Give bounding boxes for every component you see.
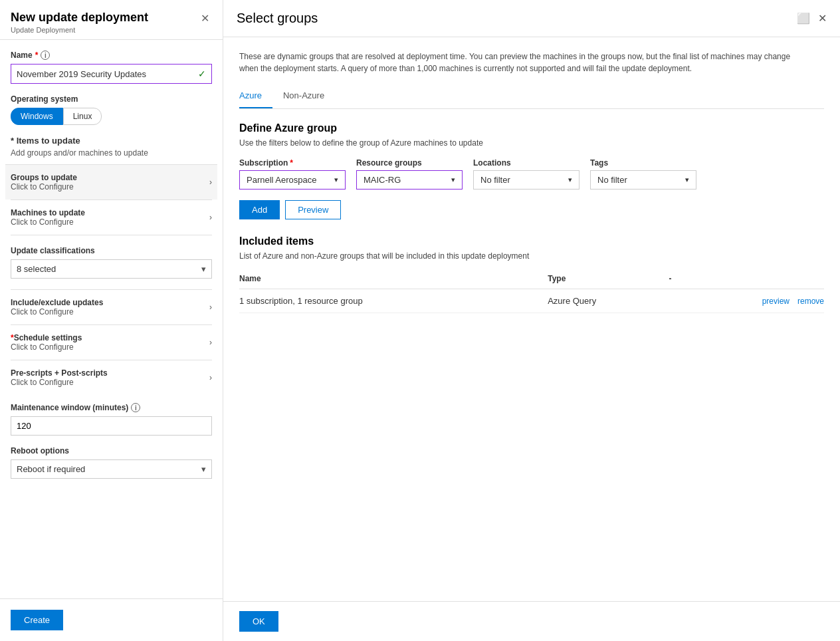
panel-title: New update deployment bbox=[11, 11, 148, 25]
include-exclude-text: Include/exclude updates Click to Configu… bbox=[11, 298, 103, 317]
include-exclude-item[interactable]: Include/exclude updates Click to Configu… bbox=[11, 289, 212, 324]
schedule-settings-subtitle: Click to Configure bbox=[11, 342, 82, 352]
schedule-settings-item[interactable]: *Schedule settings Click to Configure › bbox=[11, 324, 212, 360]
locations-value: No filter bbox=[480, 175, 510, 185]
name-input-wrapper: ✓ bbox=[11, 64, 212, 84]
name-label: Name * i bbox=[11, 51, 212, 60]
reboot-options-dropdown[interactable]: Reboot if required ▾ bbox=[11, 459, 212, 479]
schedule-settings-title: *Schedule settings bbox=[11, 333, 82, 342]
tags-dropdown[interactable]: No filter ▾ bbox=[590, 170, 696, 190]
subscription-label-text: Subscription bbox=[239, 158, 288, 168]
locations-arrow-icon: ▾ bbox=[568, 176, 572, 184]
maintenance-info-icon[interactable]: i bbox=[131, 403, 140, 412]
update-class-label: Update classifications bbox=[11, 246, 212, 255]
pre-post-chevron-icon: › bbox=[209, 373, 212, 382]
subscription-filter-group: Subscription * Parnell Aerospace ▾ bbox=[239, 158, 346, 190]
col-type-header: Type bbox=[548, 269, 669, 289]
define-group-title: Define Azure group bbox=[239, 122, 824, 134]
tab-azure[interactable]: Azure bbox=[239, 85, 272, 108]
resource-groups-value: MAIC-RG bbox=[364, 175, 401, 185]
resource-groups-label: Resource groups bbox=[356, 158, 463, 168]
subscription-required-star: * bbox=[290, 158, 293, 168]
right-header: Select groups ⬜ ✕ bbox=[223, 0, 840, 37]
subscription-dropdown[interactable]: Parnell Aerospace ▾ bbox=[239, 170, 346, 190]
os-field-group: Operating system Windows Linux bbox=[11, 94, 212, 125]
items-section-subtitle: Add groups and/or machines to update bbox=[11, 148, 212, 158]
resource-groups-dropdown[interactable]: MAIC-RG ▾ bbox=[356, 170, 463, 190]
filter-row: Subscription * Parnell Aerospace ▾ Resou… bbox=[239, 158, 824, 190]
create-button[interactable]: Create bbox=[11, 610, 63, 630]
subscription-label: Subscription * bbox=[239, 158, 346, 168]
locations-dropdown[interactable]: No filter ▾ bbox=[473, 170, 579, 190]
pre-post-text: Pre-scripts + Post-scripts Click to Conf… bbox=[11, 368, 108, 387]
name-label-text: Name bbox=[11, 51, 33, 60]
groups-to-update-item[interactable]: Groups to update Click to Configure › bbox=[5, 164, 217, 199]
pre-post-scripts-item[interactable]: Pre-scripts + Post-scripts Click to Conf… bbox=[11, 360, 212, 395]
reboot-options-group: Reboot options Reboot if required ▾ bbox=[11, 446, 212, 479]
locations-label: Locations bbox=[473, 158, 579, 168]
update-classifications-dropdown[interactable]: 8 selected ▾ bbox=[11, 259, 212, 279]
resource-groups-arrow-icon: ▾ bbox=[451, 176, 455, 184]
subscription-arrow-icon: ▾ bbox=[334, 176, 338, 184]
maintenance-label: Maintenance window (minutes) i bbox=[11, 403, 212, 412]
machines-to-update-item[interactable]: Machines to update Click to Configure › bbox=[11, 199, 212, 235]
right-panel: Select groups ⬜ ✕ These are dynamic grou… bbox=[223, 0, 840, 641]
machines-item-subtitle: Click to Configure bbox=[11, 217, 85, 227]
name-required-star: * bbox=[35, 51, 39, 60]
groups-item-text: Groups to update Click to Configure bbox=[11, 173, 77, 192]
machines-item-text: Machines to update Click to Configure bbox=[11, 208, 85, 227]
preview-button[interactable]: Preview bbox=[285, 200, 341, 219]
schedule-settings-chevron-icon: › bbox=[209, 338, 212, 347]
right-footer: OK bbox=[223, 601, 840, 641]
name-info-icon[interactable]: i bbox=[41, 51, 50, 60]
table-row: 1 subscription, 1 resource group Azure Q… bbox=[239, 289, 824, 313]
maintenance-label-text: Maintenance window (minutes) bbox=[11, 403, 128, 412]
reboot-dropdown-arrow-icon: ▾ bbox=[201, 464, 206, 474]
locations-filter-group: Locations No filter ▾ bbox=[473, 158, 579, 190]
maintenance-input[interactable] bbox=[11, 416, 212, 436]
included-items-desc: List of Azure and non-Azure groups that … bbox=[239, 251, 824, 261]
maximize-button[interactable]: ⬜ bbox=[797, 12, 810, 25]
os-label: Operating system bbox=[11, 94, 212, 104]
schedule-settings-text: *Schedule settings Click to Configure bbox=[11, 333, 82, 352]
define-group-desc: Use the filters below to define the grou… bbox=[239, 138, 824, 148]
pre-post-title: Pre-scripts + Post-scripts bbox=[11, 368, 108, 378]
left-footer: Create bbox=[0, 598, 223, 641]
included-items-title: Included items bbox=[239, 235, 824, 247]
row-action-buttons: preview remove bbox=[669, 297, 824, 306]
remove-link[interactable]: remove bbox=[797, 297, 824, 306]
os-windows-button[interactable]: Windows bbox=[11, 108, 63, 125]
maintenance-window-group: Maintenance window (minutes) i bbox=[11, 403, 212, 436]
tab-non-azure[interactable]: Non-Azure bbox=[283, 85, 335, 108]
panel-subtitle: Update Deployment bbox=[11, 26, 148, 34]
resource-groups-filter-group: Resource groups MAIC-RG ▾ bbox=[356, 158, 463, 190]
row-name: 1 subscription, 1 resource group bbox=[239, 289, 548, 313]
left-panel: New update deployment Update Deployment … bbox=[0, 0, 223, 641]
left-header: New update deployment Update Deployment … bbox=[0, 0, 223, 40]
tags-filter-group: Tags No filter ▾ bbox=[590, 158, 696, 190]
row-actions: preview remove bbox=[669, 289, 824, 313]
include-exclude-subtitle: Click to Configure bbox=[11, 307, 103, 317]
right-description: These are dynamic groups that are resolv… bbox=[239, 51, 811, 74]
update-class-arrow-icon: ▾ bbox=[201, 264, 206, 274]
machines-chevron-icon: › bbox=[209, 213, 212, 222]
right-header-icons: ⬜ ✕ bbox=[797, 12, 827, 25]
included-items-section: Included items List of Azure and non-Azu… bbox=[239, 235, 824, 313]
col-actions-header: - bbox=[669, 269, 824, 289]
tags-arrow-icon: ▾ bbox=[685, 176, 689, 184]
name-input[interactable] bbox=[17, 69, 198, 79]
left-content: Name * i ✓ Operating system Windows Linu… bbox=[0, 40, 223, 598]
close-button[interactable]: ✕ bbox=[198, 11, 212, 26]
preview-link[interactable]: preview bbox=[762, 297, 789, 306]
right-panel-title: Select groups bbox=[237, 11, 318, 26]
groups-chevron-icon: › bbox=[209, 178, 212, 187]
os-linux-button[interactable]: Linux bbox=[63, 108, 102, 125]
reboot-options-value: Reboot if required bbox=[17, 464, 85, 474]
tabs-container: Azure Non-Azure bbox=[239, 85, 824, 109]
pre-post-subtitle: Click to Configure bbox=[11, 378, 108, 387]
ok-button[interactable]: OK bbox=[239, 611, 278, 632]
add-button[interactable]: Add bbox=[239, 200, 280, 219]
right-close-button[interactable]: ✕ bbox=[818, 12, 827, 25]
update-class-value: 8 selected bbox=[17, 264, 56, 274]
os-toggle: Windows Linux bbox=[11, 108, 212, 125]
